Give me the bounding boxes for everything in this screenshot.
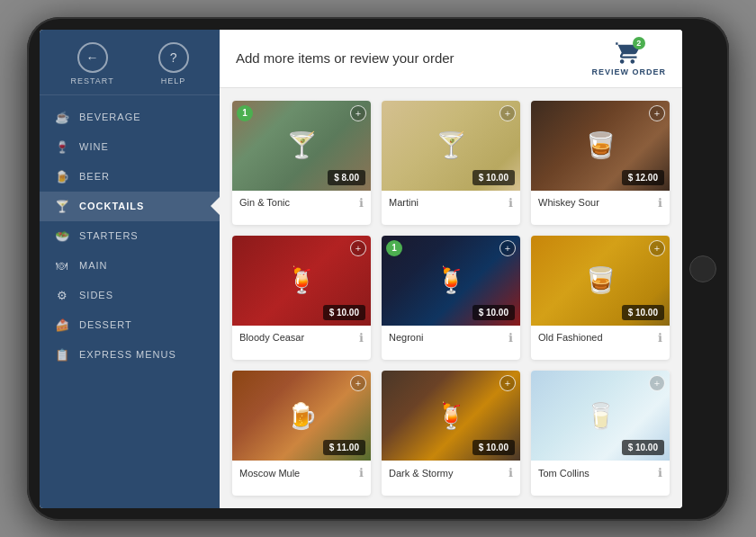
item-price-dark-stormy: $ 10.00: [472, 440, 515, 455]
item-footer-negroni: Negroni ℹ: [382, 326, 520, 350]
item-price-martini: $ 10.00: [472, 170, 515, 185]
nav-icon-dessert: 🍰: [54, 318, 70, 332]
item-card-old-fashioned[interactable]: $ 10.00 + Old Fashioned ℹ: [531, 236, 670, 360]
item-name-gin-tonic: Gin & Tonic: [239, 197, 290, 208]
home-button[interactable]: [689, 255, 716, 282]
item-qty-gin-tonic: 1: [237, 105, 253, 121]
item-card-dark-stormy[interactable]: $ 10.00 + Dark & Stormy ℹ: [382, 371, 520, 495]
item-image-martini: $ 10.00 +: [382, 101, 520, 191]
item-name-negroni: Negroni: [389, 332, 424, 343]
item-footer-dark-stormy: Dark & Stormy ℹ: [382, 461, 520, 485]
sidebar-item-main[interactable]: 🍽 MAIN: [40, 251, 220, 281]
item-card-martini[interactable]: $ 10.00 + Martini ℹ: [382, 101, 520, 225]
item-footer-bloody-ceasar: Bloody Ceasar ℹ: [232, 326, 371, 350]
nav-icon-cocktails: 🍸: [54, 200, 70, 213]
item-image-moscow-mule: $ 11.00 +: [232, 371, 371, 461]
item-price-bloody-ceasar: $ 10.00: [323, 305, 365, 320]
item-footer-moscow-mule: Moscow Mule ℹ: [232, 461, 371, 485]
restart-icon: ←: [77, 42, 108, 73]
item-price-gin-tonic: $ 8.00: [328, 170, 365, 185]
main-content: Add more items or review your order 2 RE…: [220, 30, 682, 508]
nav-label-dessert: DESSERT: [79, 319, 132, 330]
item-info-btn-bloody-ceasar[interactable]: ℹ: [359, 331, 364, 345]
sidebar-item-dessert[interactable]: 🍰 DESSERT: [40, 310, 220, 340]
item-card-gin-tonic[interactable]: 1 $ 8.00 + Gin & Tonic ℹ: [232, 101, 371, 225]
item-info-btn-tom-collins[interactable]: ℹ: [658, 466, 662, 479]
review-order-button[interactable]: 2 REVIEW ORDER: [591, 40, 666, 76]
nav-label-express-menus: EXPRESS MENUS: [79, 349, 176, 360]
help-icon: ?: [158, 42, 189, 73]
nav-label-main: MAIN: [79, 260, 108, 271]
review-label: REVIEW ORDER: [591, 67, 666, 76]
item-add-btn-negroni[interactable]: +: [500, 240, 516, 256]
item-footer-whiskey-sour: Whiskey Sour ℹ: [531, 191, 670, 215]
items-grid: 1 $ 8.00 + Gin & Tonic ℹ $ 10.00 + Marti…: [220, 88, 682, 508]
tablet-frame: ← RESTART ? HELP ☕ BEVERAGE 🍷 WINE 🍺 BEE…: [27, 17, 729, 521]
item-image-bloody-ceasar: $ 10.00 +: [232, 236, 371, 326]
nav-icon-sides: ⚙: [54, 289, 70, 302]
cart-badge: 2: [633, 37, 645, 49]
item-info-btn-gin-tonic[interactable]: ℹ: [359, 196, 364, 210]
nav-label-wine: WINE: [79, 141, 109, 152]
nav-label-cocktails: COCKTAILS: [79, 201, 144, 211]
sidebar-item-beverage[interactable]: ☕ BEVERAGE: [40, 103, 220, 132]
item-image-whiskey-sour: $ 12.00 +: [531, 101, 670, 191]
page-subtitle: Add more items or review your order: [236, 50, 454, 66]
item-card-moscow-mule[interactable]: $ 11.00 + Moscow Mule ℹ: [232, 371, 371, 495]
item-info-btn-martini[interactable]: ℹ: [508, 196, 513, 210]
nav-icon-beverage: ☕: [54, 111, 70, 124]
item-card-negroni[interactable]: 1 $ 10.00 + Negroni ℹ: [382, 236, 520, 360]
item-card-tom-collins[interactable]: $ 10.00 + Tom Collins ℹ: [531, 371, 670, 495]
item-image-tom-collins: $ 10.00 +: [531, 371, 670, 461]
top-bar: Add more items or review your order 2 RE…: [220, 30, 682, 88]
sidebar-item-wine[interactable]: 🍷 WINE: [40, 132, 220, 162]
item-price-old-fashioned: $ 10.00: [622, 305, 664, 320]
item-qty-negroni: 1: [386, 240, 402, 256]
restart-label: RESTART: [70, 76, 113, 85]
item-name-dark-stormy: Dark & Stormy: [389, 468, 454, 479]
item-info-btn-dark-stormy[interactable]: ℹ: [508, 466, 513, 479]
item-image-dark-stormy: $ 10.00 +: [382, 371, 520, 461]
sidebar-item-beer[interactable]: 🍺 BEER: [40, 162, 220, 192]
item-price-whiskey-sour: $ 12.00: [622, 170, 664, 185]
help-label: HELP: [161, 76, 186, 85]
item-footer-martini: Martini ℹ: [382, 191, 520, 215]
item-footer-tom-collins: Tom Collins ℹ: [531, 461, 670, 485]
item-add-btn-bloody-ceasar[interactable]: +: [350, 240, 366, 256]
item-info-btn-whiskey-sour[interactable]: ℹ: [658, 196, 662, 210]
restart-button[interactable]: ← RESTART: [70, 42, 113, 85]
item-add-btn-old-fashioned[interactable]: +: [649, 240, 665, 256]
nav-icon-beer: 🍺: [54, 170, 70, 183]
item-name-old-fashioned: Old Fashioned: [538, 332, 603, 343]
nav-icon-main: 🍽: [54, 259, 70, 273]
nav-label-beer: BEER: [79, 171, 110, 182]
sidebar-item-express-menus[interactable]: 📋 EXPRESS MENUS: [40, 340, 220, 370]
item-card-whiskey-sour[interactable]: $ 12.00 + Whiskey Sour ℹ: [531, 101, 670, 225]
item-info-btn-negroni[interactable]: ℹ: [508, 331, 513, 345]
sidebar-item-starters[interactable]: 🥗 STARTERS: [40, 221, 220, 251]
item-info-btn-old-fashioned[interactable]: ℹ: [658, 331, 662, 345]
item-price-negroni: $ 10.00: [472, 305, 515, 320]
item-name-moscow-mule: Moscow Mule: [239, 468, 300, 479]
tablet-screen: ← RESTART ? HELP ☕ BEVERAGE 🍷 WINE 🍺 BEE…: [40, 30, 682, 508]
sidebar-item-cocktails[interactable]: 🍸 COCKTAILS: [40, 192, 220, 221]
sidebar-item-sides[interactable]: ⚙ SIDES: [40, 281, 220, 310]
nav-icon-wine: 🍷: [54, 140, 70, 154]
item-info-btn-moscow-mule[interactable]: ℹ: [359, 466, 364, 479]
item-image-gin-tonic: 1 $ 8.00 +: [232, 101, 371, 191]
nav-label-beverage: BEVERAGE: [79, 112, 141, 122]
item-image-old-fashioned: $ 10.00 +: [531, 236, 670, 326]
item-add-btn-martini[interactable]: +: [500, 105, 516, 121]
item-name-tom-collins: Tom Collins: [538, 468, 590, 479]
item-add-btn-whiskey-sour[interactable]: +: [649, 105, 665, 121]
item-name-martini: Martini: [389, 197, 418, 208]
item-image-negroni: 1 $ 10.00 +: [382, 236, 520, 326]
nav-label-starters: STARTERS: [79, 230, 139, 241]
item-name-bloody-ceasar: Bloody Ceasar: [239, 332, 304, 343]
item-card-bloody-ceasar[interactable]: $ 10.00 + Bloody Ceasar ℹ: [232, 236, 371, 360]
nav-icon-starters: 🥗: [54, 229, 70, 243]
nav-label-sides: SIDES: [79, 290, 113, 300]
help-button[interactable]: ? HELP: [158, 42, 189, 85]
item-add-btn-gin-tonic[interactable]: +: [350, 105, 366, 121]
nav-icon-express-menus: 📋: [54, 348, 70, 362]
